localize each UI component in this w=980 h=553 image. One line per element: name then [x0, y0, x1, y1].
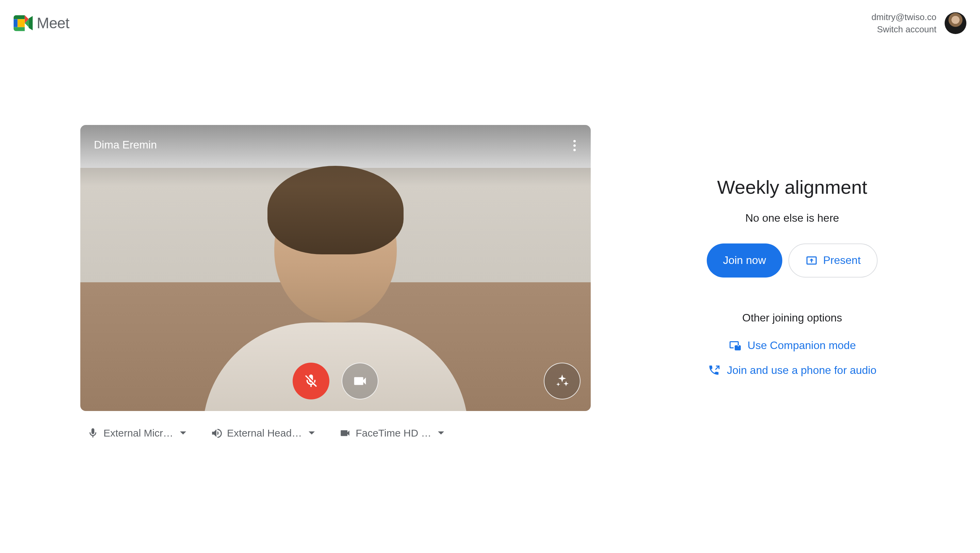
preview-column: Dima Eremin [80, 125, 591, 439]
sparkle-icon [554, 373, 570, 389]
account-area: dmitry@twiso.co Switch account [872, 11, 966, 36]
meet-logo-icon [14, 15, 33, 31]
mic-device-select[interactable]: External Micr… [87, 427, 186, 439]
device-row: External Micr… External Head… FaceTime H… [80, 427, 591, 439]
present-label: Present [823, 254, 861, 267]
join-now-button[interactable]: Join now [707, 244, 782, 277]
mic-device-label: External Micr… [103, 427, 173, 439]
avatar[interactable] [945, 12, 966, 34]
mic-icon [87, 427, 99, 439]
join-column: Weekly alignment No one else is here Joi… [672, 125, 912, 439]
switch-account-link[interactable]: Switch account [872, 23, 937, 35]
chevron-down-icon [309, 432, 315, 435]
silhouette-hair [267, 166, 404, 254]
account-email: dmitry@twiso.co [872, 11, 937, 23]
companion-label: Use Companion mode [748, 339, 856, 352]
phone-icon [708, 364, 720, 376]
companion-icon [729, 339, 741, 351]
speaker-device-label: External Head… [227, 427, 302, 439]
present-icon [805, 254, 818, 267]
camera-on-icon [352, 373, 368, 389]
product-name: Meet [37, 14, 69, 32]
chevron-down-icon [438, 432, 444, 435]
presence-text: No one else is here [745, 212, 839, 225]
camera-device-select[interactable]: FaceTime HD … [339, 427, 444, 439]
phone-audio-button[interactable]: Join and use a phone for audio [708, 364, 876, 377]
present-button[interactable]: Present [788, 244, 878, 277]
companion-mode-button[interactable]: Use Companion mode [729, 339, 856, 352]
main: Dima Eremin [0, 47, 980, 439]
other-options-heading: Other joining options [742, 312, 842, 324]
header: Meet dmitry@twiso.co Switch account [0, 0, 980, 47]
visual-effects-button[interactable] [544, 363, 581, 399]
video-controls [293, 363, 379, 399]
meeting-title: Weekly alignment [717, 176, 867, 198]
self-name-label: Dima Eremin [94, 139, 157, 151]
more-options-icon[interactable] [571, 137, 579, 154]
phone-label: Join and use a phone for audio [727, 364, 876, 377]
mic-off-icon [303, 373, 319, 389]
mic-toggle-button[interactable] [293, 363, 329, 399]
account-text: dmitry@twiso.co Switch account [872, 11, 937, 36]
chevron-down-icon [180, 432, 186, 435]
speaker-device-select[interactable]: External Head… [211, 427, 315, 439]
camera-icon [339, 427, 351, 439]
camera-toggle-button[interactable] [342, 363, 379, 399]
join-now-label: Join now [723, 254, 766, 267]
logo-area: Meet [14, 14, 69, 32]
join-buttons: Join now Present [707, 244, 878, 277]
camera-device-label: FaceTime HD … [356, 427, 431, 439]
video-preview: Dima Eremin [80, 125, 591, 411]
speaker-icon [211, 427, 222, 439]
